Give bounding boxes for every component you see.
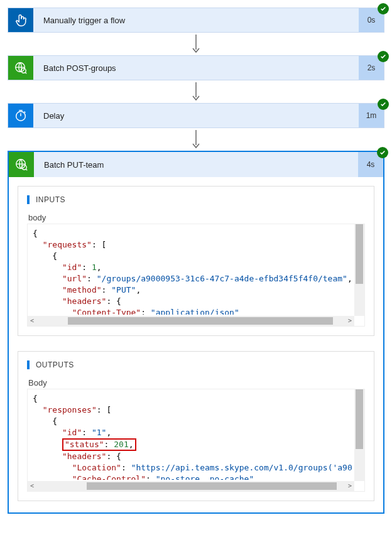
vertical-scrollbar[interactable] — [354, 224, 364, 316]
outputs-panel: OUTPUTS Body { "responses": [ { "id": "1… — [18, 351, 374, 501]
globe-icon — [9, 152, 34, 177]
touch-icon — [8, 8, 33, 32]
step-batch-post-groups[interactable]: Batch POST-groups 2s — [8, 55, 384, 80]
chevron-left-icon[interactable]: < — [28, 480, 36, 492]
step-title: Manually trigger a flow — [33, 8, 359, 32]
arrow-icon — [192, 128, 200, 151]
chevron-right-icon[interactable]: > — [346, 480, 354, 492]
success-check-icon — [378, 99, 389, 110]
svg-line-3 — [25, 72, 26, 73]
horizontal-scrollbar[interactable]: < > — [28, 316, 354, 326]
step-title: Batch POST-groups — [33, 56, 359, 80]
chevron-right-icon[interactable]: > — [346, 315, 354, 327]
horizontal-scrollbar[interactable]: < > — [28, 481, 354, 491]
timer-icon — [8, 104, 33, 127]
success-check-icon — [377, 147, 388, 158]
step-batch-put-team[interactable]: Batch PUT-team 4s — [9, 152, 383, 177]
inputs-field-label: body — [28, 213, 365, 222]
outputs-heading: OUTPUTS — [27, 360, 365, 369]
chevron-left-icon[interactable]: < — [28, 315, 36, 327]
arrow-icon — [192, 33, 200, 55]
vertical-scrollbar[interactable] — [354, 389, 364, 481]
step-title: Delay — [33, 104, 359, 127]
inputs-panel: INPUTS body { "requests": [ { "id": 1, "… — [18, 186, 374, 336]
success-check-icon — [378, 51, 389, 62]
svg-line-8 — [24, 112, 26, 113]
inputs-heading: INPUTS — [27, 195, 365, 204]
outputs-field-label: Body — [28, 378, 365, 387]
inputs-code[interactable]: { "requests": [ { "id": 1, "url": "/grou… — [27, 224, 365, 327]
success-check-icon — [378, 3, 389, 14]
step-title: Batch PUT-team — [34, 152, 358, 177]
arrow-icon — [192, 80, 200, 103]
svg-line-12 — [26, 169, 27, 170]
step-batch-put-team-expanded: Batch PUT-team 4s INPUTS body { "request… — [8, 151, 384, 514]
outputs-code[interactable]: { "responses": [ { "id": "1", "status": … — [27, 389, 365, 492]
step-trigger[interactable]: Manually trigger a flow 0s — [8, 8, 384, 33]
globe-icon — [8, 56, 33, 80]
step-delay[interactable]: Delay 1m — [8, 103, 384, 128]
